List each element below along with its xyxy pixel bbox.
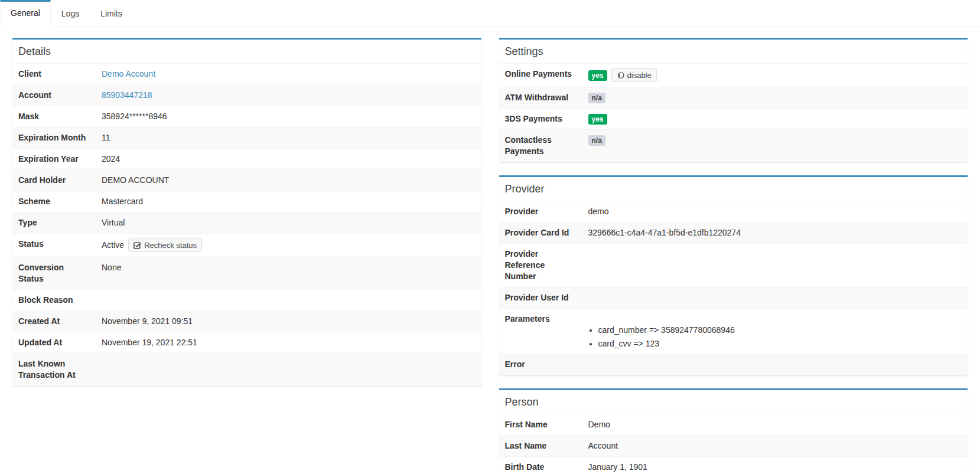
list-item: card_cvv => 123 xyxy=(598,338,962,349)
account-link[interactable]: 85903447218 xyxy=(102,90,152,101)
row-value-content: Demo Account xyxy=(102,68,476,80)
row-value-content: n/a xyxy=(588,92,962,103)
row-label-last-known-transaction-at: Last Known Transaction At xyxy=(12,354,96,386)
row-value-conversion-status: None xyxy=(96,257,481,290)
table-row-updated-at: Updated AtNovember 19, 2021 22:51 xyxy=(12,332,481,354)
row-value-last-known-transaction-at xyxy=(96,354,481,386)
updated-at-text: November 19, 2021 22:51 xyxy=(102,337,197,348)
button-label: disable xyxy=(627,71,652,80)
first-name-text: Demo xyxy=(588,419,610,430)
table-row-first-name: First NameDemo xyxy=(499,414,968,436)
table-row-expiration-month: Expiration Month11 xyxy=(12,128,481,149)
row-value-content: Demo xyxy=(588,419,962,430)
row-value-content xyxy=(588,292,962,303)
type-text: Virtual xyxy=(102,217,125,228)
row-value-content: November 19, 2021 22:51 xyxy=(102,337,476,348)
row-value-content xyxy=(102,358,476,370)
row-value-content: 329666c1-c4a4-47a1-bf5d-e1dfb1220274 xyxy=(588,227,962,238)
table-row-online-payments: Online Paymentsyesdisable xyxy=(499,64,968,87)
row-value-contactless-payments: n/a xyxy=(582,130,968,162)
recheck-status-button[interactable]: Recheck status xyxy=(128,238,202,252)
provider-text: demo xyxy=(588,206,609,217)
person-panel-title: Person xyxy=(499,390,968,414)
row-value-content: Mastercard xyxy=(102,196,476,207)
provider-panel-title: Provider xyxy=(499,177,968,201)
table-row-mask: Mask358924******8946 xyxy=(12,106,481,128)
row-value-content: 11 xyxy=(102,132,476,143)
row-value-content: 2024 xyxy=(102,153,476,165)
settings-panel-title: Settings xyxy=(499,40,968,63)
row-value-content: January 1, 1901 xyxy=(588,462,962,473)
row-value-provider-user-id xyxy=(582,287,968,309)
table-row-birth-date: Birth DateJanuary 1, 1901 xyxy=(499,457,968,474)
tab-logs[interactable]: Logs xyxy=(51,0,90,26)
row-value-scheme: Mastercard xyxy=(96,191,481,213)
row-value-content xyxy=(102,295,476,306)
card-holder-text: DEMO ACCOUNT xyxy=(102,175,169,186)
table-row-contactless-payments: Contactless Paymentsn/a xyxy=(499,130,968,162)
provider-table: ProviderdemoProvider Card Id329666c1-c4a… xyxy=(499,201,968,375)
row-value-expiration-month: 11 xyxy=(96,128,481,149)
conversion-status-text: None xyxy=(102,262,121,273)
details-table: ClientDemo AccountAccount85903447218Mask… xyxy=(12,63,481,385)
birth-date-text: January 1, 1901 xyxy=(588,462,647,473)
row-value-type: Virtual xyxy=(96,213,481,234)
row-label-provider-card-id: Provider Card Id xyxy=(499,223,582,244)
row-value-content: Virtual xyxy=(102,217,476,228)
row-label-first-name: First Name xyxy=(499,414,582,436)
row-label-last-name: Last Name xyxy=(499,436,582,457)
row-label-parameters: Parameters xyxy=(499,309,582,354)
row-value-content: 85903447218 xyxy=(102,90,476,101)
row-value-status: ActiveRecheck status xyxy=(96,234,481,257)
table-row-last-name: Last NameAccount xyxy=(499,436,968,457)
row-label-client: Client xyxy=(12,64,96,85)
scheme-text: Mastercard xyxy=(102,196,143,207)
row-label-contactless-payments: Contactless Payments xyxy=(499,130,582,162)
table-row-status: StatusActiveRecheck status xyxy=(12,234,481,257)
row-value-3ds-payments: yes xyxy=(582,109,968,130)
tab-general[interactable]: General xyxy=(0,0,51,27)
3ds-payments-badge: yes xyxy=(588,114,607,125)
table-row-account: Account85903447218 xyxy=(12,85,481,106)
row-value-content: yesdisable xyxy=(588,68,962,82)
table-row-error: Error xyxy=(499,354,968,375)
person-panel: Person First NameDemoLast NameAccountBir… xyxy=(499,388,968,474)
row-value-content: n/a xyxy=(588,135,962,146)
tab-panel-general: Details ClientDemo AccountAccount8590344… xyxy=(0,27,980,474)
expiration-month-text: 11 xyxy=(102,132,110,143)
row-value-parameters: card_number => 3589247780068946card_cvv … xyxy=(582,309,968,354)
row-value-content: Account xyxy=(588,440,962,452)
table-row-block-reason: Block Reason xyxy=(12,290,481,311)
status-text: Active xyxy=(102,240,124,251)
check-square-icon xyxy=(134,241,141,249)
disable-button[interactable]: disable xyxy=(611,68,657,82)
row-value-content: November 9, 2021 09:51 xyxy=(102,316,476,327)
atm-withdrawal-badge: n/a xyxy=(588,93,605,103)
row-label-updated-at: Updated At xyxy=(12,332,96,354)
tab-limits[interactable]: Limits xyxy=(90,0,133,26)
row-label-status: Status xyxy=(12,234,96,257)
row-value-content: DEMO ACCOUNT xyxy=(102,175,476,186)
row-label-conversion-status: Conversion Status xyxy=(12,257,96,290)
table-row-provider-user-id: Provider User Id xyxy=(499,287,968,309)
table-row-scheme: SchemeMastercard xyxy=(12,191,481,213)
row-value-atm-withdrawal: n/a xyxy=(582,87,968,109)
table-row-expiration-year: Expiration Year2024 xyxy=(12,149,481,170)
row-label-created-at: Created At xyxy=(12,311,96,332)
table-row-client: ClientDemo Account xyxy=(12,64,481,85)
provider-panel: Provider ProviderdemoProvider Card Id329… xyxy=(499,175,968,375)
row-value-content xyxy=(588,249,962,260)
button-label: Recheck status xyxy=(144,241,197,250)
row-label-provider: Provider xyxy=(499,201,582,223)
expiration-year-text: 2024 xyxy=(102,153,120,165)
row-label-expiration-month: Expiration Month xyxy=(12,128,96,149)
table-row-provider-card-id: Provider Card Id329666c1-c4a4-47a1-bf5d-… xyxy=(499,223,968,244)
left-column: Details ClientDemo AccountAccount8590344… xyxy=(12,38,481,474)
mask-text: 358924******8946 xyxy=(102,111,167,122)
settings-table: Online PaymentsyesdisableATM Withdrawaln… xyxy=(499,63,968,162)
row-label-error: Error xyxy=(499,354,582,375)
row-value-first-name: Demo xyxy=(582,414,968,436)
client-link[interactable]: Demo Account xyxy=(102,68,155,80)
table-row-3ds-payments: 3DS Paymentsyes xyxy=(499,109,968,130)
row-value-error xyxy=(582,354,968,375)
